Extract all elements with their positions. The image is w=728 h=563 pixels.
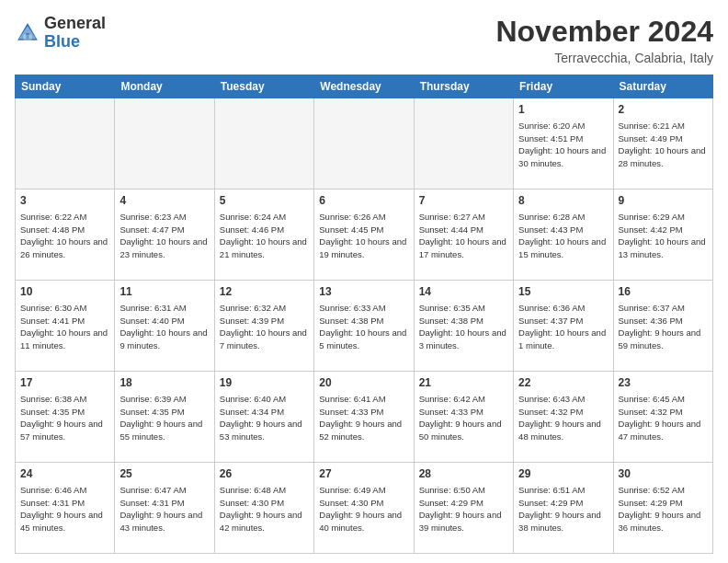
table-row: 29Sunrise: 6:51 AM Sunset: 4:29 PM Dayli… <box>514 463 613 554</box>
day-info: Sunrise: 6:37 AM Sunset: 4:36 PM Dayligh… <box>619 302 708 352</box>
day-number: 25 <box>119 466 209 482</box>
table-row: 11Sunrise: 6:31 AM Sunset: 4:40 PM Dayli… <box>115 281 214 372</box>
table-row: 1Sunrise: 6:20 AM Sunset: 4:51 PM Daylig… <box>514 98 613 190</box>
day-info: Sunrise: 6:47 AM Sunset: 4:31 PM Dayligh… <box>119 484 209 534</box>
table-row <box>414 98 513 190</box>
table-row: 13Sunrise: 6:33 AM Sunset: 4:38 PM Dayli… <box>314 281 414 372</box>
day-info: Sunrise: 6:33 AM Sunset: 4:38 PM Dayligh… <box>319 302 408 352</box>
day-number: 12 <box>220 284 309 300</box>
day-number: 8 <box>518 193 608 209</box>
day-info: Sunrise: 6:20 AM Sunset: 4:51 PM Dayligh… <box>518 120 608 170</box>
day-info: Sunrise: 6:28 AM Sunset: 4:43 PM Dayligh… <box>518 211 608 261</box>
svg-rect-2 <box>23 34 31 40</box>
table-row: 14Sunrise: 6:35 AM Sunset: 4:38 PM Dayli… <box>414 281 513 372</box>
table-row: 5Sunrise: 6:24 AM Sunset: 4:46 PM Daylig… <box>214 190 313 281</box>
table-row: 26Sunrise: 6:48 AM Sunset: 4:30 PM Dayli… <box>214 463 313 554</box>
col-tuesday: Tuesday <box>214 75 313 98</box>
day-number: 5 <box>220 193 309 209</box>
table-row: 19Sunrise: 6:40 AM Sunset: 4:34 PM Dayli… <box>214 372 313 463</box>
day-number: 3 <box>20 193 109 209</box>
day-info: Sunrise: 6:39 AM Sunset: 4:35 PM Dayligh… <box>119 393 209 443</box>
logo-text: General Blue <box>44 15 106 52</box>
day-number: 29 <box>518 466 608 482</box>
col-wednesday: Wednesday <box>314 75 414 98</box>
day-number: 1 <box>518 102 608 118</box>
calendar-table: Sunday Monday Tuesday Wednesday Thursday… <box>15 75 713 554</box>
calendar-week-3: 17Sunrise: 6:38 AM Sunset: 4:35 PM Dayli… <box>16 372 713 463</box>
calendar-header-row: Sunday Monday Tuesday Wednesday Thursday… <box>16 75 713 98</box>
day-info: Sunrise: 6:41 AM Sunset: 4:33 PM Dayligh… <box>319 393 408 443</box>
day-info: Sunrise: 6:24 AM Sunset: 4:46 PM Dayligh… <box>220 211 309 261</box>
day-info: Sunrise: 6:52 AM Sunset: 4:29 PM Dayligh… <box>619 484 708 534</box>
day-number: 2 <box>619 102 708 118</box>
header: General Blue November 2024 Terravecchia,… <box>15 15 713 65</box>
logo-icon <box>15 20 40 46</box>
day-number: 28 <box>419 466 508 482</box>
day-number: 22 <box>518 375 608 391</box>
table-row: 7Sunrise: 6:27 AM Sunset: 4:44 PM Daylig… <box>414 190 513 281</box>
day-info: Sunrise: 6:49 AM Sunset: 4:30 PM Dayligh… <box>319 484 408 534</box>
table-row <box>214 98 313 190</box>
day-number: 11 <box>119 284 209 300</box>
day-number: 17 <box>20 375 109 391</box>
table-row <box>115 98 214 190</box>
table-row: 3Sunrise: 6:22 AM Sunset: 4:48 PM Daylig… <box>16 190 115 281</box>
logo-blue: Blue <box>44 32 80 51</box>
day-number: 4 <box>119 193 209 209</box>
day-info: Sunrise: 6:42 AM Sunset: 4:33 PM Dayligh… <box>419 393 508 443</box>
table-row: 12Sunrise: 6:32 AM Sunset: 4:39 PM Dayli… <box>214 281 313 372</box>
table-row: 17Sunrise: 6:38 AM Sunset: 4:35 PM Dayli… <box>16 372 115 463</box>
page: General Blue November 2024 Terravecchia,… <box>0 0 728 563</box>
day-number: 13 <box>319 284 408 300</box>
table-row: 24Sunrise: 6:46 AM Sunset: 4:31 PM Dayli… <box>16 463 115 554</box>
day-number: 15 <box>518 284 608 300</box>
table-row <box>16 98 115 190</box>
day-info: Sunrise: 6:43 AM Sunset: 4:32 PM Dayligh… <box>518 393 608 443</box>
day-number: 7 <box>419 193 508 209</box>
table-row: 4Sunrise: 6:23 AM Sunset: 4:47 PM Daylig… <box>115 190 214 281</box>
col-saturday: Saturday <box>613 75 712 98</box>
table-row: 18Sunrise: 6:39 AM Sunset: 4:35 PM Dayli… <box>115 372 214 463</box>
day-number: 30 <box>619 466 708 482</box>
calendar-week-2: 10Sunrise: 6:30 AM Sunset: 4:41 PM Dayli… <box>16 281 713 372</box>
logo-general: General <box>44 14 106 32</box>
day-number: 9 <box>619 193 708 209</box>
col-monday: Monday <box>115 75 214 98</box>
day-info: Sunrise: 6:23 AM Sunset: 4:47 PM Dayligh… <box>119 211 209 261</box>
day-info: Sunrise: 6:50 AM Sunset: 4:29 PM Dayligh… <box>419 484 508 534</box>
table-row: 28Sunrise: 6:50 AM Sunset: 4:29 PM Dayli… <box>414 463 513 554</box>
day-info: Sunrise: 6:30 AM Sunset: 4:41 PM Dayligh… <box>20 302 109 352</box>
table-row: 30Sunrise: 6:52 AM Sunset: 4:29 PM Dayli… <box>613 463 712 554</box>
title-block: November 2024 Terravecchia, Calabria, It… <box>495 15 713 65</box>
day-number: 6 <box>319 193 408 209</box>
logo: General Blue <box>15 15 106 52</box>
location: Terravecchia, Calabria, Italy <box>495 51 713 65</box>
day-number: 26 <box>220 466 309 482</box>
col-friday: Friday <box>514 75 613 98</box>
day-info: Sunrise: 6:31 AM Sunset: 4:40 PM Dayligh… <box>119 302 209 352</box>
calendar-week-1: 3Sunrise: 6:22 AM Sunset: 4:48 PM Daylig… <box>16 190 713 281</box>
day-info: Sunrise: 6:32 AM Sunset: 4:39 PM Dayligh… <box>220 302 309 352</box>
col-thursday: Thursday <box>414 75 513 98</box>
day-info: Sunrise: 6:27 AM Sunset: 4:44 PM Dayligh… <box>419 211 508 261</box>
day-number: 19 <box>220 375 309 391</box>
day-number: 23 <box>619 375 708 391</box>
day-info: Sunrise: 6:29 AM Sunset: 4:42 PM Dayligh… <box>619 211 708 261</box>
table-row: 23Sunrise: 6:45 AM Sunset: 4:32 PM Dayli… <box>613 372 712 463</box>
day-info: Sunrise: 6:46 AM Sunset: 4:31 PM Dayligh… <box>20 484 109 534</box>
day-number: 21 <box>419 375 508 391</box>
table-row: 9Sunrise: 6:29 AM Sunset: 4:42 PM Daylig… <box>613 190 712 281</box>
calendar-week-4: 24Sunrise: 6:46 AM Sunset: 4:31 PM Dayli… <box>16 463 713 554</box>
day-info: Sunrise: 6:51 AM Sunset: 4:29 PM Dayligh… <box>518 484 608 534</box>
day-info: Sunrise: 6:35 AM Sunset: 4:38 PM Dayligh… <box>419 302 508 352</box>
month-title: November 2024 <box>495 15 713 49</box>
table-row: 6Sunrise: 6:26 AM Sunset: 4:45 PM Daylig… <box>314 190 414 281</box>
table-row: 15Sunrise: 6:36 AM Sunset: 4:37 PM Dayli… <box>514 281 613 372</box>
calendar-week-0: 1Sunrise: 6:20 AM Sunset: 4:51 PM Daylig… <box>16 98 713 190</box>
table-row: 10Sunrise: 6:30 AM Sunset: 4:41 PM Dayli… <box>16 281 115 372</box>
table-row: 16Sunrise: 6:37 AM Sunset: 4:36 PM Dayli… <box>613 281 712 372</box>
table-row: 8Sunrise: 6:28 AM Sunset: 4:43 PM Daylig… <box>514 190 613 281</box>
table-row: 2Sunrise: 6:21 AM Sunset: 4:49 PM Daylig… <box>613 98 712 190</box>
table-row: 20Sunrise: 6:41 AM Sunset: 4:33 PM Dayli… <box>314 372 414 463</box>
day-info: Sunrise: 6:21 AM Sunset: 4:49 PM Dayligh… <box>619 120 708 170</box>
